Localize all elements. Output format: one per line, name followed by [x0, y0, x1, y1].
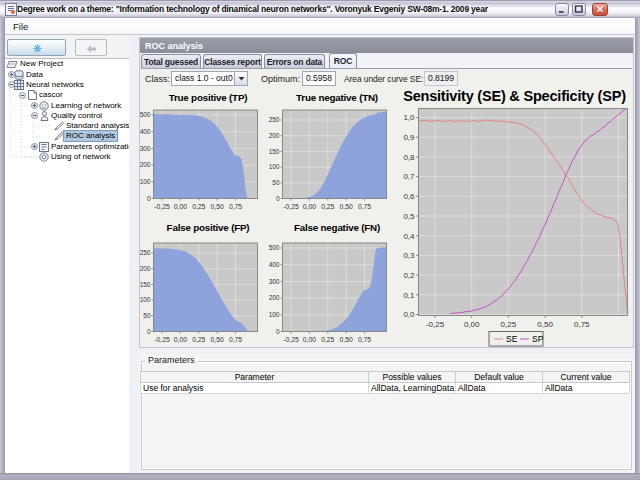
- svg-text:200: 200: [140, 265, 151, 272]
- svg-text:True negative (TN): True negative (TN): [296, 92, 378, 103]
- svg-text:0: 0: [276, 327, 280, 334]
- svg-text:0,9: 0,9: [403, 133, 415, 142]
- svg-text:50: 50: [143, 312, 151, 319]
- svg-text:False negative (FN): False negative (FN): [294, 222, 380, 233]
- svg-text:50: 50: [272, 179, 280, 186]
- svg-text:0,00: 0,00: [174, 336, 187, 343]
- svg-text:500: 500: [269, 244, 280, 251]
- svg-text:0,75: 0,75: [358, 203, 371, 210]
- svg-text:1,0: 1,0: [403, 113, 415, 122]
- svg-text:100: 100: [140, 178, 151, 185]
- svg-text:300: 300: [269, 277, 280, 284]
- svg-text:0: 0: [147, 327, 151, 334]
- svg-text:True positive (TP): True positive (TP): [169, 92, 248, 103]
- svg-text:0,00: 0,00: [464, 320, 480, 329]
- svg-text:0: 0: [276, 195, 280, 202]
- svg-text:0,2: 0,2: [403, 271, 415, 280]
- svg-text:0,6: 0,6: [403, 192, 415, 201]
- svg-text:150: 150: [269, 148, 280, 155]
- svg-text:0,5: 0,5: [403, 212, 415, 221]
- svg-text:0,00: 0,00: [303, 336, 316, 343]
- svg-text:0,75: 0,75: [574, 320, 590, 329]
- svg-text:-0,25: -0,25: [154, 203, 170, 210]
- svg-text:100: 100: [269, 311, 280, 318]
- svg-text:200: 200: [269, 132, 280, 139]
- svg-text:0,50: 0,50: [340, 203, 353, 210]
- svg-text:SP: SP: [532, 334, 544, 344]
- svg-text:0,25: 0,25: [501, 320, 517, 329]
- svg-text:300: 300: [140, 145, 151, 152]
- svg-text:400: 400: [269, 261, 280, 268]
- svg-text:-0,25: -0,25: [283, 336, 299, 343]
- svg-text:Sensitivity (SE) & Specificity: Sensitivity (SE) & Specificity (SP): [403, 88, 626, 104]
- svg-text:200: 200: [140, 161, 151, 168]
- svg-text:-0,25: -0,25: [154, 336, 170, 343]
- svg-text:0,75: 0,75: [229, 203, 242, 210]
- svg-text:0,75: 0,75: [229, 336, 242, 343]
- svg-text:100: 100: [140, 296, 151, 303]
- svg-text:0,0: 0,0: [403, 310, 415, 319]
- svg-text:400: 400: [140, 128, 151, 135]
- svg-text:0,50: 0,50: [537, 320, 553, 329]
- svg-text:0: 0: [147, 195, 151, 202]
- svg-text:-0,25: -0,25: [283, 203, 299, 210]
- svg-text:0,1: 0,1: [403, 291, 415, 300]
- svg-text:0,25: 0,25: [321, 203, 334, 210]
- svg-text:0,3: 0,3: [403, 251, 415, 260]
- svg-text:200: 200: [269, 294, 280, 301]
- svg-text:0,8: 0,8: [403, 153, 415, 162]
- svg-text:0,25: 0,25: [192, 336, 205, 343]
- svg-text:SE: SE: [506, 334, 518, 344]
- svg-text:0,4: 0,4: [403, 232, 415, 241]
- svg-text:0,50: 0,50: [211, 336, 224, 343]
- svg-text:500: 500: [140, 111, 151, 118]
- svg-text:0,50: 0,50: [340, 336, 353, 343]
- svg-text:0,50: 0,50: [211, 203, 224, 210]
- svg-text:250: 250: [140, 249, 151, 256]
- svg-text:0,75: 0,75: [358, 336, 371, 343]
- svg-text:0,25: 0,25: [321, 336, 334, 343]
- svg-text:0,25: 0,25: [192, 203, 205, 210]
- svg-text:250: 250: [269, 116, 280, 123]
- svg-text:-0,25: -0,25: [426, 320, 445, 329]
- svg-text:False positive (FP): False positive (FP): [167, 222, 250, 233]
- svg-text:100: 100: [269, 163, 280, 170]
- svg-text:0,7: 0,7: [403, 172, 415, 181]
- svg-text:0,00: 0,00: [303, 203, 316, 210]
- svg-text:0,00: 0,00: [174, 203, 187, 210]
- svg-text:150: 150: [140, 280, 151, 287]
